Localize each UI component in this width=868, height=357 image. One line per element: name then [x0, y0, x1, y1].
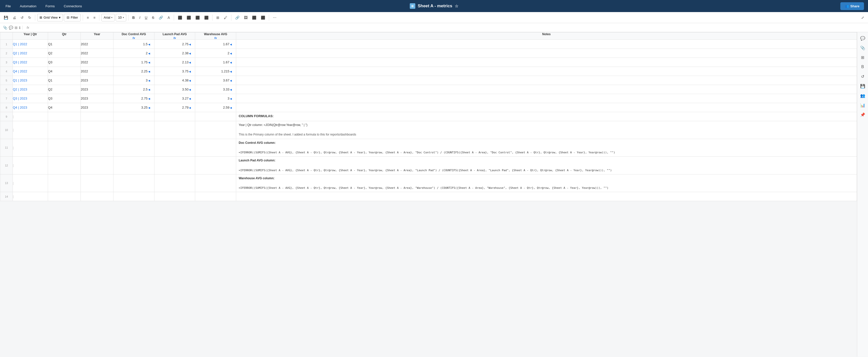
cell-warehouse[interactable] — [195, 192, 236, 201]
cell-notes[interactable]: Doc Control AVG column:=IFERROR((SUMIFS(… — [236, 139, 857, 157]
insert-image-button[interactable]: 🖼 — [242, 14, 249, 21]
cell-year[interactable]: 2023 — [81, 85, 114, 94]
cell-year[interactable]: 2023 — [81, 103, 114, 112]
cell-qtr[interactable] — [48, 174, 81, 192]
cell-launch-pad[interactable]: 2.79◀ — [154, 103, 195, 112]
save-to-disk-button[interactable]: 💾 — [2, 14, 10, 21]
cell-notes[interactable] — [236, 94, 857, 103]
wrap-text-button[interactable]: ⬛ — [194, 14, 202, 21]
cell-launch-pad[interactable] — [154, 121, 195, 139]
align-left-button[interactable]: ≡ — [85, 14, 91, 21]
cell-primary[interactable]: Q2 | 2022 — [13, 49, 48, 58]
cell-qtr[interactable]: Q3 — [48, 94, 81, 103]
link-color-button[interactable]: 🔗 — [157, 14, 165, 21]
cell-year[interactable]: 2022 — [81, 49, 114, 58]
cell-year[interactable]: 2023 — [81, 94, 114, 103]
cell-primary[interactable]: | — [13, 139, 48, 157]
cell-warehouse[interactable] — [195, 139, 236, 157]
cell-year[interactable] — [81, 121, 114, 139]
align-center-button[interactable]: ≡ — [92, 14, 97, 21]
cell-notes[interactable] — [236, 76, 857, 85]
cell-year[interactable] — [81, 174, 114, 192]
expand-button[interactable]: ⤢ — [860, 14, 866, 21]
sidebar-grid-button[interactable]: ⊞ — [859, 53, 867, 61]
menu-forms[interactable]: Forms — [44, 3, 56, 9]
sidebar-save-button[interactable]: 💾 — [859, 82, 867, 90]
cell-year[interactable] — [81, 112, 114, 121]
cell-warehouse[interactable] — [195, 157, 236, 174]
cell-warehouse[interactable]: 1.215◀ — [195, 67, 236, 76]
grid-view-dropdown[interactable]: ⊞ Grid View ▾ — [37, 14, 63, 21]
cell-warehouse[interactable] — [195, 174, 236, 192]
cell-doc-control[interactable]: 1.75◀ — [114, 58, 154, 67]
cell-notes[interactable] — [236, 58, 857, 67]
cell-warehouse[interactable]: 3.33◀ — [195, 85, 236, 94]
cell-primary[interactable]: | — [13, 174, 48, 192]
cell-doc-control[interactable] — [114, 121, 154, 139]
cell-launch-pad[interactable]: 4.38◀ — [154, 76, 195, 85]
cell-year[interactable]: 2022 — [81, 67, 114, 76]
cell-doc-control[interactable]: 3◀ — [114, 76, 154, 85]
strikethrough-button[interactable]: S — [150, 14, 156, 21]
cell-year[interactable] — [81, 139, 114, 157]
cell-primary[interactable]: Q4 | 2022 — [13, 67, 48, 76]
cell-qtr[interactable]: Q4 — [48, 103, 81, 112]
attachment-icon[interactable]: 📎 — [3, 26, 7, 30]
cell-warehouse[interactable]: 3.67◀ — [195, 76, 236, 85]
cell-notes[interactable] — [236, 192, 857, 201]
grid-main[interactable]: Year | Qtr Qtr Year Doc Control AVG fx L… — [0, 32, 857, 357]
cell-notes[interactable]: Year | Qtr column: =JOIN(Qtr@row:Year@ro… — [236, 121, 857, 139]
cell-notes[interactable] — [236, 40, 857, 49]
cell-qtr[interactable]: Q3 — [48, 58, 81, 67]
cell-qtr[interactable] — [48, 157, 81, 174]
insert-button2[interactable]: ⬛ — [250, 14, 258, 21]
cell-qtr[interactable] — [48, 192, 81, 201]
cell-year[interactable]: 2022 — [81, 58, 114, 67]
cell-doc-control[interactable]: 2.5◀ — [114, 85, 154, 94]
cell-notes[interactable] — [236, 103, 857, 112]
cell-launch-pad[interactable]: 2.13◀ — [154, 58, 195, 67]
cell-primary[interactable]: | — [13, 112, 48, 121]
text-color-button[interactable]: A — [166, 14, 172, 21]
font-dropdown[interactable]: Arial ▾ — [101, 14, 115, 21]
cell-launch-pad[interactable] — [154, 157, 195, 174]
cell-launch-pad[interactable] — [154, 192, 195, 201]
cell-warehouse[interactable]: 1.67◀ — [195, 40, 236, 49]
more-options-button[interactable]: ⋯ — [271, 14, 278, 21]
cell-qtr[interactable]: Q4 — [48, 67, 81, 76]
sidebar-comment-button[interactable]: 💬 — [859, 34, 867, 42]
grid-small-icon[interactable]: ⊞ — [14, 26, 18, 30]
cell-primary[interactable]: Q4 | 2023 — [13, 103, 48, 112]
cell-warehouse[interactable]: 3◀ — [195, 94, 236, 103]
cell-doc-control[interactable]: 2.25◀ — [114, 67, 154, 76]
cell-qtr[interactable] — [48, 121, 81, 139]
cell-doc-control[interactable]: 2◀ — [114, 49, 154, 58]
font-size-dropdown[interactable]: 10 ▾ — [116, 14, 126, 21]
cell-launch-pad[interactable]: 2.38◀ — [154, 49, 195, 58]
cell-warehouse[interactable] — [195, 121, 236, 139]
cell-qtr[interactable] — [48, 139, 81, 157]
sidebar-pin-button[interactable]: 📌 — [859, 110, 867, 119]
truncate-button[interactable]: ⬛ — [203, 14, 210, 21]
cell-warehouse[interactable]: 1.67◀ — [195, 58, 236, 67]
sidebar-chart-button[interactable]: 📊 — [859, 101, 867, 109]
cell-launch-pad[interactable] — [154, 112, 195, 121]
menu-file[interactable]: File — [4, 3, 12, 9]
undo-button[interactable]: ↺ — [19, 14, 25, 21]
sidebar-activity-button[interactable]: ↺ — [859, 72, 867, 80]
cell-launch-pad[interactable]: 3.50◀ — [154, 85, 195, 94]
cell-qtr[interactable]: Q1 — [48, 40, 81, 49]
print-button[interactable]: 🖨 — [11, 14, 18, 21]
cell-primary[interactable]: | — [13, 192, 48, 201]
filter-button[interactable]: ⊟ Filter — [64, 14, 81, 21]
menu-automation[interactable]: Automation — [18, 3, 38, 9]
cell-warehouse[interactable] — [195, 112, 236, 121]
insert-link-button[interactable]: 🔗 — [234, 14, 241, 21]
table-button[interactable]: ⊞ — [215, 14, 221, 21]
share-button[interactable]: 👥 Share — [840, 2, 864, 10]
cell-launch-pad[interactable] — [154, 139, 195, 157]
cell-notes[interactable] — [236, 67, 857, 76]
cell-year[interactable]: 2023 — [81, 76, 114, 85]
cell-qtr[interactable]: Q1 — [48, 76, 81, 85]
cell-doc-control[interactable]: 1.5◀ — [114, 40, 154, 49]
